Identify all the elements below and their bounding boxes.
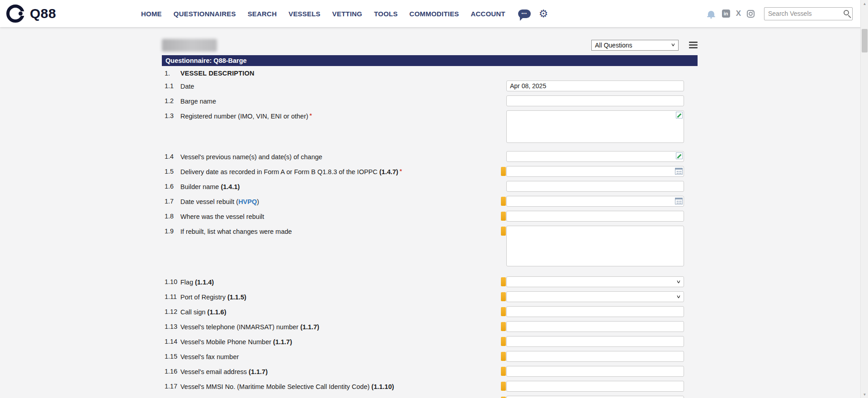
question-number: 1.18 [162, 395, 180, 398]
nav-tools[interactable]: TOOLS [374, 10, 397, 18]
bell-icon[interactable] [708, 11, 714, 16]
hvpq-link[interactable]: HVPQ [238, 198, 257, 205]
question-number: 1.12 [162, 305, 180, 315]
question-label: Vessel's email address(1.1.7) [180, 365, 501, 376]
previous-names-input[interactable] [506, 151, 684, 162]
question-number: 1.4 [162, 150, 180, 160]
menu-icon[interactable] [689, 42, 698, 48]
search-input[interactable] [764, 8, 852, 20]
call-sign-input[interactable] [506, 306, 684, 317]
nav-account[interactable]: ACCOUNT [471, 10, 505, 18]
linkedin-icon[interactable]: in [722, 9, 730, 18]
questionnaire-page: All Questions ∨ Questionnaire: Q88-Barge… [162, 38, 698, 398]
question-number: 1.6 [162, 180, 180, 190]
registered-number-textarea[interactable] [506, 110, 684, 143]
incomplete-marker [501, 367, 506, 376]
gear-icon[interactable]: ⚙ [539, 9, 548, 19]
question-row: 1.3 Registered number (IMO, VIN, ENI or … [162, 109, 698, 143]
question-label: Vessel's Mobile Phone Number(1.1.7) [180, 335, 501, 346]
builder-name-input[interactable] [506, 181, 684, 192]
question-number: 1.14 [162, 335, 180, 345]
scroll-up-icon[interactable]: ▲ [861, 0, 868, 7]
question-number: 1.7 [162, 195, 180, 205]
trading-area-input[interactable] [506, 396, 684, 398]
question-row: 1.7 Date vessel rebuilt (HVPQ) [162, 195, 698, 210]
inmarsat-number-input[interactable] [506, 321, 684, 332]
incomplete-marker [501, 352, 506, 361]
question-row: 1.14 Vessel's Mobile Phone Number(1.1.7) [162, 335, 698, 350]
chat-icon[interactable]: ••• [518, 9, 531, 18]
search-icon[interactable] [844, 10, 849, 15]
scroll-down-icon[interactable]: ▼ [861, 391, 868, 398]
main-menu: HOME QUESTIONNAIRES SEARCH VESSELS VETTI… [141, 10, 505, 18]
question-label: If rebuilt, list what changes were made [180, 225, 501, 236]
incomplete-marker [501, 197, 506, 206]
question-number: 1.3 [162, 109, 180, 119]
question-row: 1.16 Vessel's email address(1.1.7) [162, 365, 698, 380]
calendar-icon[interactable] [675, 198, 683, 204]
calendar-icon[interactable] [675, 168, 683, 175]
question-row: 1.11 Port of Registry(1.1.5) ∨ [162, 290, 698, 305]
q88-brand[interactable]: Q88 [6, 5, 74, 23]
question-row: 1.10 Flag(1.1.4) ∨ [162, 275, 698, 290]
question-number: 1.15 [162, 350, 180, 360]
question-label: Registered number (IMO, VIN, ENI or othe… [180, 109, 501, 121]
port-of-registry-select[interactable]: ∨ [506, 291, 684, 302]
nav-vetting[interactable]: VETTING [332, 10, 362, 18]
question-number: 1.17 [162, 380, 180, 390]
question-number: 1.1 [162, 80, 180, 90]
instagram-icon[interactable] [747, 10, 755, 18]
fax-number-input[interactable] [506, 351, 684, 362]
delivery-date-input[interactable] [506, 166, 684, 177]
q88-logo-icon [6, 5, 24, 23]
rebuilt-where-input[interactable] [506, 211, 684, 222]
question-row: 1.5 Delivery date as recorded in Form A … [162, 165, 698, 180]
incomplete-marker [501, 382, 506, 391]
question-row: 1.8 Where was the vessel rebuilt [162, 210, 698, 225]
question-row: 1.4 Vessel's previous name(s) and date(s… [162, 150, 698, 165]
rebuilt-changes-textarea[interactable] [506, 226, 684, 266]
date-rebuilt-input[interactable] [506, 196, 684, 207]
question-number: 1.13 [162, 320, 180, 330]
question-label: Vessel's telephone (INMARSAT) number(1.1… [180, 320, 501, 331]
question-label: Where was the vessel rebuilt [180, 210, 501, 221]
question-label: Date [180, 80, 501, 90]
question-number: 1.2 [162, 95, 180, 104]
question-label: Vessel's fax number [180, 350, 501, 361]
question-row: 1.15 Vessel's fax number [162, 350, 698, 365]
question-number: 1.5 [162, 165, 180, 175]
nav-vessels[interactable]: VESSELS [288, 10, 321, 18]
section-number: 1. [162, 70, 180, 80]
email-address-input[interactable] [506, 366, 684, 377]
question-label: Delivery date as recorded in Form A or F… [180, 165, 501, 176]
edit-icon[interactable] [676, 112, 683, 118]
date-input[interactable] [506, 81, 684, 91]
x-icon[interactable]: X [736, 9, 741, 18]
top-nav: Q88 HOME QUESTIONNAIRES SEARCH VESSELS V… [0, 0, 868, 27]
question-filter-dropdown[interactable]: All Questions ∨ [591, 40, 679, 51]
nav-home[interactable]: HOME [141, 10, 162, 18]
mobile-number-input[interactable] [506, 336, 684, 347]
incomplete-marker [501, 337, 506, 346]
mmsi-number-input[interactable] [506, 381, 684, 392]
vessel-search-box [764, 7, 853, 20]
nav-search[interactable]: SEARCH [248, 10, 277, 18]
question-number: 1.11 [162, 290, 180, 300]
topbar-right: in X [708, 7, 853, 20]
nav-questionnaires[interactable]: QUESTIONNAIRES [174, 10, 236, 18]
scrollbar-thumb[interactable] [862, 29, 868, 52]
question-number: 1.9 [162, 225, 180, 235]
question-row: 1.1 Date [162, 80, 698, 95]
incomplete-marker [501, 212, 506, 221]
scrollbar: ▲ ▼ [860, 0, 868, 398]
incomplete-marker [501, 292, 506, 301]
nav-commodities[interactable]: COMMODITIES [410, 10, 459, 18]
barge-name-input[interactable] [506, 95, 684, 106]
question-label: Builder name(1.4.1) [180, 180, 501, 191]
incomplete-marker [501, 322, 506, 331]
incomplete-marker [501, 307, 506, 316]
question-row: 1.13 Vessel's telephone (INMARSAT) numbe… [162, 320, 698, 335]
flag-select[interactable]: ∨ [506, 276, 684, 287]
questionnaire-title-bar: Questionnaire: Q88-Barge [162, 55, 698, 66]
edit-icon[interactable] [676, 152, 683, 159]
